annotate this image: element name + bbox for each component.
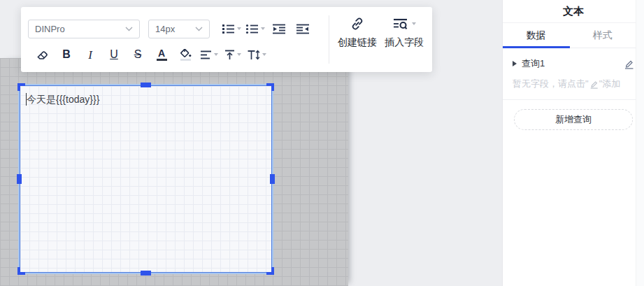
- italic-button[interactable]: I: [78, 45, 102, 64]
- caret-down-icon: [262, 53, 266, 56]
- vertical-align-top-icon: [224, 50, 235, 60]
- query-name: 查询1: [522, 57, 624, 70]
- toolbar-actions: 创建链接 插入字段: [329, 7, 432, 72]
- line-height-icon: [248, 50, 260, 60]
- field-search-icon: [393, 18, 408, 30]
- background-color-swatch: [180, 59, 191, 61]
- toolbar-row-2: B I U S A: [28, 45, 329, 64]
- resize-handle-top-left[interactable]: [17, 83, 25, 91]
- unordered-list-icon: [245, 24, 259, 34]
- caret-down-icon: [237, 27, 241, 30]
- insert-field-label: 插入字段: [385, 36, 424, 49]
- underline-button[interactable]: U: [102, 45, 126, 64]
- eraser-icon: [36, 49, 50, 61]
- clear-format-button[interactable]: [31, 45, 55, 64]
- resize-handle-top[interactable]: [141, 83, 151, 87]
- create-link-button[interactable]: 创建链接: [338, 16, 377, 72]
- insert-field-button[interactable]: 插入字段: [385, 16, 424, 72]
- unordered-list-button[interactable]: [243, 19, 267, 38]
- active-tab-indicator: [503, 46, 570, 48]
- caret-down-icon: [261, 27, 265, 30]
- panel-divider: [503, 99, 644, 100]
- query-row[interactable]: 查询1: [503, 48, 644, 70]
- properties-panel: 文本 数据 样式 查询1 暂无字段，请点击" "添加 新增查询: [502, 0, 644, 286]
- expand-arrow-icon[interactable]: [513, 61, 517, 66]
- font-size-value: 14px: [155, 24, 175, 34]
- rich-text-toolbar: DINPro 14px: [21, 7, 432, 72]
- paint-bucket-icon: [180, 49, 192, 58]
- strikethrough-button[interactable]: S: [126, 45, 150, 64]
- background-color-button[interactable]: [173, 45, 197, 64]
- create-link-label: 创建链接: [338, 36, 377, 49]
- outdent-button[interactable]: [267, 19, 291, 38]
- font-size-select[interactable]: 14px: [148, 20, 210, 38]
- text-widget[interactable]: 今天是{{{today}}}: [20, 85, 272, 273]
- chevron-down-icon: [125, 27, 133, 31]
- panel-tabs: 数据 样式: [503, 23, 644, 48]
- ordered-list-button[interactable]: [220, 19, 243, 38]
- tab-data[interactable]: 数据: [503, 23, 569, 48]
- chain-link-icon: [350, 17, 364, 31]
- pencil-icon: [589, 80, 599, 89]
- align-left-icon: [201, 50, 212, 59]
- vertical-align-button[interactable]: [221, 45, 245, 64]
- caret-down-icon: [214, 53, 218, 56]
- panel-title: 文本: [563, 5, 584, 18]
- tab-style[interactable]: 样式: [569, 23, 636, 48]
- panel-scrollbar[interactable]: [636, 0, 644, 286]
- ordered-list-icon: [222, 24, 235, 34]
- pencil-icon[interactable]: [624, 59, 634, 69]
- line-height-button[interactable]: [245, 45, 269, 64]
- panel-header: 文本: [503, 0, 644, 23]
- caret-down-icon: [237, 53, 241, 56]
- font-color-swatch: [157, 59, 167, 61]
- font-color-button[interactable]: A: [150, 45, 173, 64]
- bold-button[interactable]: B: [55, 45, 78, 64]
- outdent-icon: [273, 24, 285, 34]
- indent-button[interactable]: [291, 19, 315, 38]
- add-query-button[interactable]: 新增查询: [514, 109, 633, 130]
- chevron-down-icon: [195, 27, 203, 31]
- widget-text[interactable]: 今天是{{{today}}}: [27, 94, 99, 106]
- font-family-select[interactable]: DINPro: [28, 20, 140, 38]
- resize-handle-bottom-left[interactable]: [17, 267, 25, 275]
- resize-handle-right[interactable]: [270, 174, 275, 184]
- caret-down-icon: [412, 22, 416, 25]
- resize-handle-bottom[interactable]: [141, 271, 151, 276]
- dashboard-editor: 今天是{{{today}}} DINPro 14px: [0, 0, 644, 286]
- font-family-value: DINPro: [35, 24, 65, 34]
- toolbar-format-section: DINPro 14px: [21, 7, 329, 72]
- indent-icon: [296, 24, 309, 34]
- resize-handle-top-right[interactable]: [266, 83, 274, 91]
- resize-handle-left[interactable]: [17, 174, 22, 184]
- toolbar-row-1: DINPro 14px: [28, 19, 329, 38]
- empty-fields-hint: 暂无字段，请点击" "添加: [503, 70, 644, 99]
- text-align-button[interactable]: [197, 45, 221, 64]
- resize-handle-bottom-right[interactable]: [266, 267, 274, 275]
